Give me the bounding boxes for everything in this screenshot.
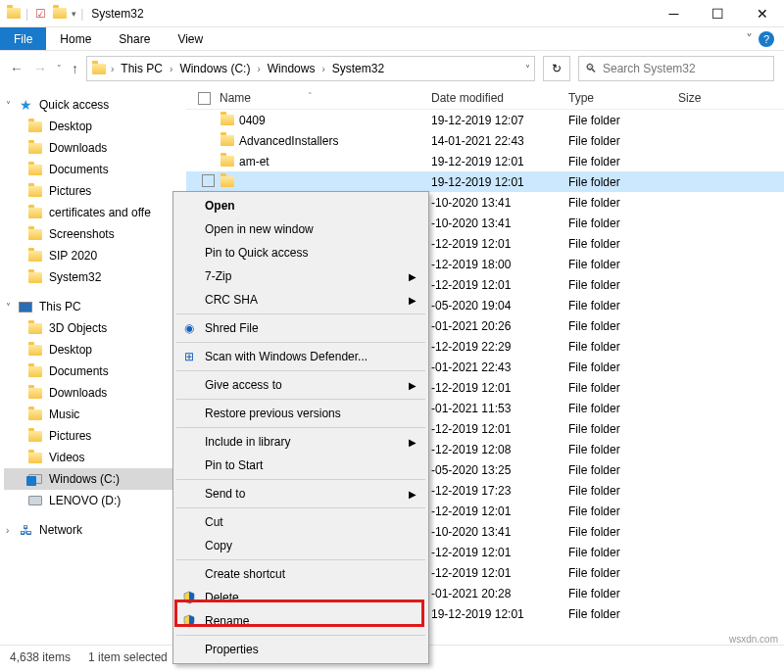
sidebar-item[interactable]: LENOVO (D:) bbox=[4, 490, 182, 511]
menu-item[interactable]: Delete bbox=[175, 586, 426, 609]
menu-item[interactable]: 7-Zip▶ bbox=[175, 264, 426, 288]
folder-icon bbox=[27, 248, 43, 264]
menu-item[interactable]: Give access to▶ bbox=[175, 373, 426, 397]
menu-item[interactable]: Open in new window bbox=[175, 217, 426, 241]
table-row[interactable]: 040919-12-2019 12:07File folder bbox=[186, 110, 784, 130]
folder-icon bbox=[220, 133, 235, 149]
sidebar-item[interactable]: Desktop bbox=[4, 116, 182, 137]
menu-item[interactable]: Cut bbox=[175, 510, 426, 534]
menu-item[interactable]: Pin to Start bbox=[175, 454, 426, 477]
sidebar-item[interactable]: Screenshots bbox=[4, 223, 182, 245]
qat-sep2: | bbox=[80, 7, 83, 21]
menu-separator bbox=[176, 479, 425, 480]
refresh-button[interactable]: ↻ bbox=[543, 56, 570, 81]
shred-icon: ◉ bbox=[181, 320, 197, 336]
crumb[interactable]: Windows (C:) bbox=[176, 62, 253, 75]
qat-save-icon[interactable]: ☑ bbox=[32, 6, 48, 22]
item-count: 4,638 items bbox=[10, 650, 71, 664]
tab-home[interactable]: Home bbox=[46, 27, 105, 50]
ribbon-tabs: File Home Share View ˅? bbox=[0, 27, 784, 51]
sidebar-item[interactable]: Documents bbox=[4, 360, 182, 382]
menu-item[interactable]: Pin to Quick access bbox=[175, 241, 426, 264]
sidebar-item[interactable]: Downloads bbox=[4, 382, 182, 404]
back-button[interactable]: ← bbox=[10, 61, 24, 76]
recent-dropdown-icon[interactable]: ˅ bbox=[57, 64, 62, 73]
table-row[interactable]: 19-12-2019 12:01File folder bbox=[186, 171, 784, 192]
sidebar-item[interactable]: ›🖧Network bbox=[4, 519, 182, 541]
menu-item[interactable]: Rename bbox=[175, 609, 426, 633]
sidebar-item[interactable]: ˅This PC bbox=[4, 296, 182, 317]
sidebar-item[interactable]: Windows (C:) bbox=[4, 468, 182, 490]
menu-separator bbox=[176, 427, 425, 428]
sidebar-item[interactable]: Downloads bbox=[4, 137, 182, 159]
column-headers[interactable]: Name˄ Date modified Type Size bbox=[186, 86, 784, 110]
context-menu: OpenOpen in new windowPin to Quick acces… bbox=[172, 191, 429, 664]
folder-icon bbox=[27, 450, 43, 465]
menu-item[interactable]: Properties bbox=[175, 638, 426, 661]
row-checkbox[interactable] bbox=[202, 174, 215, 187]
ribbon-help[interactable]: ˅? bbox=[736, 27, 784, 50]
menu-item[interactable]: Restore previous versions bbox=[175, 402, 426, 425]
menu-separator bbox=[176, 313, 425, 314]
forward-button[interactable]: → bbox=[33, 61, 47, 76]
maximize-button[interactable]: ☐ bbox=[696, 0, 740, 27]
window-title: System32 bbox=[91, 7, 143, 21]
table-row[interactable]: am-et19-12-2019 12:01File folder bbox=[186, 151, 784, 171]
tree-expand-icon[interactable]: ˅ bbox=[6, 302, 11, 312]
folder-icon bbox=[6, 6, 22, 22]
close-button[interactable]: ✕ bbox=[740, 0, 784, 27]
star-icon: ★ bbox=[18, 97, 33, 113]
sidebar-item[interactable]: 3D Objects bbox=[4, 317, 182, 339]
table-row[interactable]: AdvancedInstallers14-01-2021 22:43File f… bbox=[186, 130, 784, 151]
sidebar-item[interactable]: ˅★Quick access bbox=[4, 94, 182, 116]
sidebar-item[interactable]: Desktop bbox=[4, 339, 182, 360]
address-dropdown-icon[interactable]: ˅ bbox=[525, 64, 530, 74]
tab-view[interactable]: View bbox=[164, 27, 217, 50]
watermark: wsxdn.com bbox=[729, 634, 778, 645]
tree-expand-icon[interactable]: › bbox=[6, 525, 9, 536]
sidebar-item[interactable]: Pictures bbox=[4, 180, 182, 202]
folder-icon bbox=[27, 320, 43, 336]
qat-dropdown-icon[interactable]: ▾ bbox=[72, 9, 76, 19]
menu-item[interactable]: Include in library▶ bbox=[175, 430, 426, 454]
sidebar-item[interactable]: Videos bbox=[4, 447, 182, 468]
sidebar-item[interactable]: certificates and offe bbox=[4, 202, 182, 223]
tab-file[interactable]: File bbox=[0, 27, 46, 50]
submenu-arrow-icon: ▶ bbox=[409, 380, 416, 391]
disk-icon bbox=[27, 493, 43, 508]
address-bar[interactable]: › This PC› Windows (C:)› Windows› System… bbox=[86, 56, 535, 81]
chevron-right-icon[interactable]: › bbox=[111, 64, 114, 74]
tree-expand-icon[interactable]: ˅ bbox=[6, 100, 11, 111]
menu-separator bbox=[176, 342, 425, 343]
folder-icon bbox=[220, 154, 235, 169]
menu-item[interactable]: ⊞Scan with Windows Defender... bbox=[175, 345, 426, 368]
menu-item[interactable]: Open bbox=[175, 194, 426, 217]
crumb[interactable]: Windows bbox=[265, 62, 318, 75]
menu-item[interactable]: Send to▶ bbox=[175, 482, 426, 505]
sidebar-item[interactable]: SIP 2020 bbox=[4, 245, 182, 266]
diskc-icon bbox=[27, 471, 43, 487]
sidebar-item[interactable]: System32 bbox=[4, 266, 182, 288]
tab-share[interactable]: Share bbox=[105, 27, 164, 50]
crumb[interactable]: System32 bbox=[329, 62, 387, 75]
menu-item[interactable]: Copy bbox=[175, 534, 426, 557]
help-icon[interactable]: ? bbox=[759, 31, 774, 47]
sidebar-item[interactable]: Documents bbox=[4, 159, 182, 180]
qat-props-icon[interactable] bbox=[52, 6, 68, 22]
net-icon: 🖧 bbox=[18, 522, 33, 538]
qat-sep: | bbox=[25, 7, 28, 21]
minimize-button[interactable]: ─ bbox=[652, 0, 696, 27]
sidebar-item[interactable]: Music bbox=[4, 404, 182, 425]
menu-separator bbox=[176, 635, 425, 636]
menu-item[interactable]: ◉Shred File bbox=[175, 316, 426, 340]
crumb[interactable]: This PC bbox=[118, 62, 166, 75]
sidebar-item[interactable]: Pictures bbox=[4, 425, 182, 447]
folder-icon bbox=[27, 183, 43, 199]
search-input[interactable]: 🔍︎ Search System32 bbox=[578, 56, 774, 81]
search-placeholder: Search System32 bbox=[603, 62, 696, 75]
menu-item[interactable]: CRC SHA▶ bbox=[175, 288, 426, 312]
menu-item[interactable]: Create shortcut bbox=[175, 562, 426, 586]
select-all-checkbox[interactable] bbox=[198, 92, 211, 105]
submenu-arrow-icon: ▶ bbox=[409, 437, 416, 448]
up-button[interactable]: ↑ bbox=[72, 61, 78, 76]
